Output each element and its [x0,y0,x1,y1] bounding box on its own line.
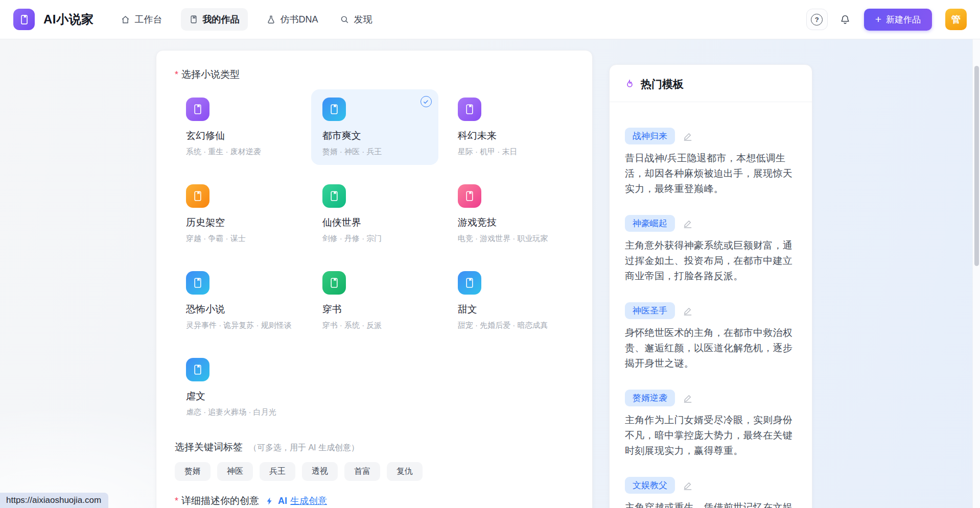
idea-section-label: 详细描述你的创意 [181,494,259,507]
book-icon [186,184,209,208]
nav-item-book-dna[interactable]: 仿书DNA [263,8,321,31]
book-icon [322,98,346,121]
edit-pencil-icon[interactable] [683,393,693,403]
type-name: 仙侠世界 [322,216,427,229]
page-scrollbar-thumb[interactable] [974,66,979,266]
lightning-icon [265,496,274,506]
type-tags: 穿越 · 争霸 · 谋士 [186,233,292,244]
ai-generate-link[interactable]: 生成创意 [290,495,327,507]
type-tags: 星际 · 机甲 · 末日 [458,147,563,157]
nav-item-workbench[interactable]: 工作台 [118,8,166,31]
keyword-section-note: （可多选，用于 AI 生成创意） [249,443,359,453]
template-item: 神豪崛起 主角意外获得神豪系统或巨额财富，通过挥金如土、投资布局，在都市中建立商… [625,215,798,284]
type-card-xianxia[interactable]: 仙侠世界 剑修 · 丹修 · 宗门 [311,176,438,252]
book-icon [322,271,346,295]
hot-templates-panel: 热门模板 战神归来 昔日战神/兵王隐退都市，本想低调生活，却因各种麻烦被迫出手，… [609,64,812,508]
page-scrollbar-track[interactable] [972,39,980,508]
hot-templates-title: 热门模板 [641,77,684,91]
new-work-label: 新建作品 [886,14,921,26]
book-icon [18,14,30,26]
type-name: 甜文 [458,303,563,316]
type-card-dushi[interactable]: 都市爽文 赘婿 · 神医 · 兵王 [311,89,438,165]
template-badge[interactable]: 赘婿逆袭 [625,390,675,406]
template-item: 文娱教父 主角穿越或重生，凭借前世记忆在文娱领域降维打击，创作爆款作品，打造娱乐… [625,477,798,508]
bell-icon [839,14,851,25]
required-asterisk: * [175,496,178,506]
type-name: 穿书 [322,303,427,316]
book-icon [458,184,481,208]
check-circle-icon [421,96,432,107]
keyword-section-label: 选择关键词标签 [175,441,243,454]
home-icon [121,15,130,25]
edit-pencil-icon[interactable] [683,480,693,491]
book-icon [186,98,209,121]
type-name: 玄幻修仙 [186,129,292,142]
keyword-tag-zhuixu[interactable]: 赘婿 [175,462,211,481]
flask-icon [266,15,276,25]
edit-pencil-icon[interactable] [683,219,693,229]
template-item: 神医圣手 身怀绝世医术的主角，在都市中救治权贵、邂逅红颜，以医道化解危机，逐步揭… [625,302,798,371]
type-section-label: * 选择小说类型 [175,68,574,81]
nav-item-label: 工作台 [135,13,162,26]
template-description: 昔日战神/兵王隐退都市，本想低调生活，却因各种麻烦被迫出手，展现惊天实力，最终重… [625,151,798,197]
create-work-panel: * 选择小说类型 玄幻修仙 系统 · 重生 · 废材逆袭 都市爽文 赘婿 · 神… [156,50,593,508]
type-card-chuanshu[interactable]: 穿书 穿书 · 系统 · 反派 [311,263,438,338]
type-name: 都市爽文 [322,129,427,142]
template-badge[interactable]: 神豪崛起 [625,215,675,232]
type-tags: 电竞 · 游戏世界 · 职业玩家 [458,233,563,244]
type-card-lishi[interactable]: 历史架空 穿越 · 争霸 · 谋士 [175,176,303,252]
novel-type-grid: 玄幻修仙 系统 · 重生 · 废材逆袭 都市爽文 赘婿 · 神医 · 兵王 科幻… [175,89,574,425]
new-work-button[interactable]: + 新建作品 [864,9,932,31]
link-preview-statusbar: https://aixiaoshuojia.com [0,493,108,508]
book-icon [458,98,481,121]
type-tags: 赘婿 · 神医 · 兵王 [322,147,427,157]
template-item: 战神归来 昔日战神/兵王隐退都市，本想低调生活，却因各种麻烦被迫出手，展现惊天实… [625,128,798,197]
template-item: 赘婿逆袭 主角作为上门女婿受尽冷眼，实则身份不凡，暗中掌控庞大势力，最终在关键时… [625,390,798,458]
template-description: 主角意外获得神豪系统或巨额财富，通过挥金如土、投资布局，在都市中建立商业帝国，打… [625,238,798,284]
type-card-kehuan[interactable]: 科幻未来 星际 · 机甲 · 末日 [447,89,574,165]
keyword-tag-shoufu[interactable]: 首富 [344,462,380,481]
main-nav: 工作台 我的作品 仿书DNA [118,8,376,31]
type-name: 虐文 [186,390,292,403]
template-badge[interactable]: 神医圣手 [625,302,675,319]
edit-pencil-icon[interactable] [683,131,693,141]
book-icon [186,271,209,295]
nav-item-label: 仿书DNA [281,13,318,26]
template-badge[interactable]: 文娱教父 [625,477,675,494]
template-description: 主角作为上门女婿受尽冷眼，实则身份不凡，暗中掌控庞大势力，最终在关键时刻展现实力… [625,413,798,458]
hot-templates-header: 热门模板 [610,65,812,102]
nav-item-my-works[interactable]: 我的作品 [181,8,248,31]
book-icon [322,184,346,208]
keyword-tag-toushi[interactable]: 透视 [302,462,338,481]
keyword-section-header: 选择关键词标签 （可多选，用于 AI 生成创意） [175,441,574,454]
type-tags: 甜宠 · 先婚后爱 · 暗恋成真 [458,320,563,330]
template-description: 主角穿越或重生，凭借前世记忆在文娱领域降维打击，创作爆款作品，打造娱乐帝国，成为… [625,500,798,508]
nav-item-discover[interactable]: 发现 [337,8,376,31]
ai-generate-prefix[interactable]: AI [278,496,287,506]
type-name: 恐怖小说 [186,303,292,316]
type-card-xuanhuan[interactable]: 玄幻修仙 系统 · 重生 · 废材逆袭 [175,89,303,165]
type-card-tianwen[interactable]: 甜文 甜宠 · 先婚后爱 · 暗恋成真 [447,263,574,338]
template-list: 战神归来 昔日战神/兵王隐退都市，本想低调生活，却因各种麻烦被迫出手，展现惊天实… [610,102,812,508]
type-card-nuewen[interactable]: 虐文 虐恋 · 追妻火葬场 · 白月光 [175,350,303,425]
type-card-youxi[interactable]: 游戏竞技 电竞 · 游戏世界 · 职业玩家 [447,176,574,252]
type-tags: 虐恋 · 追妻火葬场 · 白月光 [186,407,292,417]
nav-item-label: 发现 [354,13,372,26]
nav-item-label: 我的作品 [203,13,240,26]
template-badge[interactable]: 战神归来 [625,128,675,144]
keyword-tag-shenyi[interactable]: 神医 [217,462,253,481]
brand-logo[interactable] [13,9,35,30]
edit-pencil-icon[interactable] [683,306,693,316]
keyword-tag-fuchou[interactable]: 复仇 [387,462,423,481]
keyword-tag-bingwang[interactable]: 兵王 [260,462,295,481]
book-icon [189,15,198,24]
type-tags: 剑修 · 丹修 · 宗门 [322,233,427,244]
flame-icon [624,79,635,90]
type-card-kongbu[interactable]: 恐怖小说 灵异事件 · 诡异复苏 · 规则怪谈 [175,263,303,338]
help-button[interactable]: ? [806,9,828,30]
top-navbar: AI小说家 工作台 我的作品 [0,0,980,39]
user-avatar[interactable]: 管 [945,9,967,30]
keyword-tag-list: 赘婿 神医 兵王 透视 首富 复仇 [175,462,574,481]
app-title: AI小说家 [43,11,94,28]
notifications-button[interactable] [839,14,851,25]
